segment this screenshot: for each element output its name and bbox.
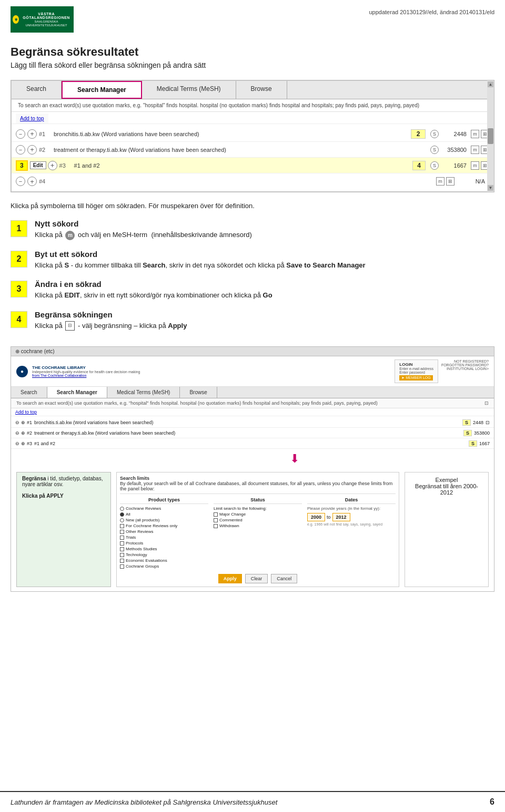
m-icon-1: m (65, 231, 75, 240)
cb-commented[interactable] (214, 518, 218, 522)
tab-sm-mesh[interactable]: Medical Terms (MeSH) (107, 387, 180, 398)
section-body-4: Klicka på ⊟ - välj begränsning – klicka … (35, 321, 494, 331)
tab-sm-browse[interactable]: Browse (180, 387, 217, 398)
tab-medical-terms[interactable]: Medical Terms (MeSH) (142, 81, 236, 99)
row-icons-1: m ⊞ (471, 130, 489, 138)
tab-search[interactable]: Search (12, 81, 62, 99)
plus-sm-1[interactable]: ⊕ (21, 420, 25, 425)
s-btn-1[interactable]: S (430, 130, 439, 138)
section-item-2: 2 Byt ut ett sökord Klicka på S - du kom… (11, 250, 494, 271)
clear-button[interactable]: Clear (245, 574, 268, 583)
plus-btn-1[interactable]: + (27, 129, 37, 139)
scroll-icon-sm[interactable]: ⊡ (484, 400, 489, 406)
login-button[interactable]: ➤ MEMBER LOG (399, 375, 432, 381)
minus-btn-1[interactable]: − (16, 129, 25, 139)
example-box: Exempel Begränsat till åren 2000-2012 (405, 472, 489, 587)
plus-btn-4[interactable]: + (27, 177, 37, 186)
plus-sm-2[interactable]: ⊕ (21, 430, 25, 436)
icon-m-3[interactable]: m (471, 161, 479, 170)
s-btn-2[interactable]: S (430, 146, 439, 154)
cb-methods[interactable] (120, 547, 124, 551)
apply-button[interactable]: Apply (218, 574, 242, 583)
header-updated: uppdaterad 20130129//eld, ändrad 2014013… (369, 6, 494, 15)
icon-m-1[interactable]: m (471, 130, 479, 138)
cb-withdrawn[interactable] (214, 524, 218, 528)
dates-header: Dates (307, 497, 396, 504)
limit-icon-inline: ⊟ (65, 321, 75, 331)
minus-sm-3[interactable]: ⊖ (15, 441, 19, 446)
cb-other-reviews[interactable] (120, 530, 124, 534)
login-area: LOGIN Enter e-mail address Enter passwor… (395, 359, 489, 383)
dates-hint: Please provide years (in the format yy): (307, 506, 396, 511)
limit-item-other-reviews: Other Reviews (120, 529, 208, 534)
scrollbar[interactable]: ▲ ▼ (487, 80, 494, 192)
browser-url: ⊕ cochrane (etc) (15, 348, 55, 354)
title-section: Begränsa sökresultatet Lägg till flera s… (0, 37, 505, 76)
radio-cochrane-reviews[interactable] (120, 507, 124, 511)
cb-cochrane-groups[interactable] (120, 564, 124, 569)
plus-btn-3[interactable]: + (48, 161, 57, 170)
add-to-top-sm: Add to top (11, 408, 494, 416)
section-heading-2: Byt ut ett sökord (35, 250, 494, 259)
minus-btn-2[interactable]: − (16, 145, 25, 155)
date-from-input[interactable]: 2000 (307, 513, 325, 521)
radio-new[interactable] (120, 518, 124, 522)
row-count-4: N/A (459, 178, 485, 184)
arrow-indicator: ⬇ (11, 450, 494, 468)
icon-m-4[interactable]: m (436, 177, 445, 186)
cb-technology[interactable] (120, 553, 124, 557)
minus-sm-2[interactable]: ⊖ (15, 430, 19, 436)
screenshot-bottom: ⊕ cochrane (etc) ● THE COCHRANE LIBRARY … (11, 346, 494, 592)
row-count-1: 2448 (440, 131, 467, 137)
limits-area: Begränsa i tid, studietyp, databas, nyar… (11, 468, 494, 591)
footer: Lathunden är framtagen av Medicinska bib… (0, 791, 505, 812)
arrow-down: ⬇ (290, 452, 299, 466)
status-col: Status Limit search to the following: Ma… (214, 497, 302, 570)
radio-all[interactable] (120, 512, 124, 517)
icon-sm-m1[interactable]: ⊡ (486, 420, 490, 425)
cb-trials[interactable] (120, 536, 124, 540)
cancel-button[interactable]: Cancel (271, 574, 297, 583)
status-header: Status (214, 497, 302, 504)
cb-economic[interactable] (120, 559, 124, 563)
tab-sm-search[interactable]: Search (11, 387, 47, 398)
limit-item-for-cochrane: For Cochrane Reviews only (120, 523, 208, 528)
tab-sm-manager[interactable]: Search Manager (47, 387, 107, 398)
date-to-input[interactable]: 2012 (332, 513, 350, 521)
limit-item-cochrane-reviews: Cochrane Reviews (120, 506, 208, 511)
plus-sm-3[interactable]: ⊕ (21, 441, 25, 446)
plus-btn-2[interactable]: + (27, 145, 37, 155)
limits-columns: Product types Cochrane Reviews All New (… (120, 497, 396, 570)
row-number-3: #3 (59, 162, 71, 169)
icon-grid-4[interactable]: ⊞ (446, 177, 454, 186)
cb-for-cochrane[interactable] (120, 524, 124, 528)
date-inputs: 2000 to 2012 (307, 513, 396, 521)
tab-browse[interactable]: Browse (236, 81, 287, 99)
row-sm-3: ⊖ ⊕ #3 #1 and #2 S 1667 (11, 438, 494, 449)
row-icons-3: m ⊞ (471, 161, 489, 170)
limits-form: Search limits By default, your search wi… (116, 472, 399, 587)
limit-item-technology: Technology (120, 552, 208, 557)
limits-panel-cta: Klicka på APPLY (22, 493, 64, 499)
edit-btn-3[interactable]: Edit (30, 161, 46, 169)
cb-protocols[interactable] (120, 541, 124, 546)
tab-search-manager[interactable]: Search Manager (62, 81, 142, 99)
screenshot-top: Search Search Manager Medical Terms (MeS… (11, 80, 494, 192)
row-number-4: #4 (39, 178, 50, 184)
add-to-top-link-sm[interactable]: Add to top (15, 409, 37, 415)
row-text-2: treatment or therapy.ti.ab.kw (Word vari… (54, 147, 411, 153)
cb-major-change[interactable] (214, 512, 218, 517)
limits-panel-left: Begränsa i tid, studietyp, databas, nyar… (16, 472, 111, 587)
row-number-1: #1 (39, 131, 50, 137)
product-types-col: Product types Cochrane Reviews All New (… (120, 497, 208, 570)
add-to-top-link[interactable]: Add to top (16, 114, 48, 124)
s-btn-3[interactable]: S (430, 161, 439, 170)
minus-btn-4[interactable]: − (16, 177, 25, 186)
section-content-3: Ändra i en sökrad Klicka på EDIT, skriv … (35, 280, 494, 301)
icon-m-2[interactable]: m (471, 146, 479, 154)
footer-page-number: 6 (490, 797, 494, 807)
limit-item-commented: Commented (214, 518, 302, 522)
minus-sm-1[interactable]: ⊖ (15, 420, 19, 425)
section-content-2: Byt ut ett sökord Klicka på S - du komme… (35, 250, 494, 271)
cochrane-emblem: ● (16, 366, 28, 377)
